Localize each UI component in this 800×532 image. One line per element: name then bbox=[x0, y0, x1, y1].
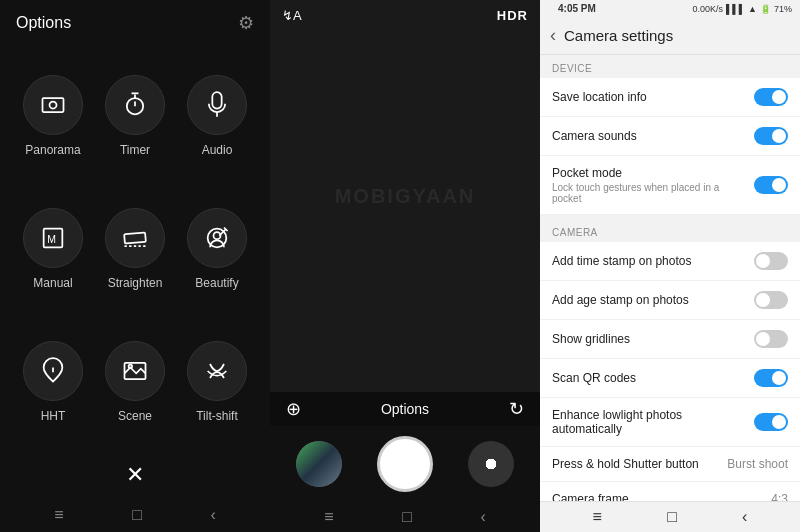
camera-frame-value: 4:3 bbox=[771, 492, 788, 501]
setting-time-stamp[interactable]: Add time stamp on photos bbox=[540, 242, 800, 281]
time-stamp-toggle[interactable] bbox=[754, 252, 788, 270]
scene-icon-circle bbox=[105, 341, 165, 401]
setting-camera-sounds[interactable]: Camera sounds bbox=[540, 117, 800, 156]
mid-menu-icon[interactable]: ≡ bbox=[324, 508, 333, 526]
svg-point-1 bbox=[50, 102, 57, 109]
gear-icon[interactable]: ⚙ bbox=[238, 12, 254, 34]
setting-save-location-left: Save location info bbox=[552, 90, 647, 104]
age-stamp-toggle[interactable] bbox=[754, 291, 788, 309]
right-home-icon[interactable]: □ bbox=[667, 508, 677, 526]
setting-scan-qr-left: Scan QR codes bbox=[552, 371, 636, 385]
mid-home-icon[interactable]: □ bbox=[402, 508, 412, 526]
thumbnail-preview[interactable] bbox=[296, 441, 342, 487]
right-menu-icon[interactable]: ≡ bbox=[593, 508, 602, 526]
camera-extra-icon[interactable]: ⊕ bbox=[286, 398, 301, 420]
pocket-mode-name: Pocket mode bbox=[552, 166, 722, 180]
setting-scan-qr[interactable]: Scan QR codes bbox=[540, 359, 800, 398]
manual-icon: M bbox=[39, 224, 67, 252]
option-hht[interactable]: HHT bbox=[16, 319, 90, 444]
straighten-label: Straighten bbox=[108, 276, 163, 290]
beautify-label: Beautify bbox=[195, 276, 238, 290]
setting-age-stamp[interactable]: Add age stamp on photos bbox=[540, 281, 800, 320]
option-scene[interactable]: Scene bbox=[98, 319, 172, 444]
device-section: DEVICE Save location info Camera sounds … bbox=[540, 55, 800, 215]
setting-press-hold-left: Press & hold Shutter button bbox=[552, 457, 699, 471]
back-icon[interactable]: ‹ bbox=[210, 506, 215, 524]
camera-sounds-toggle[interactable] bbox=[754, 127, 788, 145]
scan-qr-toggle[interactable] bbox=[754, 369, 788, 387]
option-beautify[interactable]: Beautify bbox=[180, 187, 254, 312]
right-back-icon[interactable]: ‹ bbox=[742, 508, 747, 526]
tiltshift-icon-circle bbox=[187, 341, 247, 401]
setting-press-hold[interactable]: Press & hold Shutter button Burst shoot bbox=[540, 447, 800, 482]
audio-label: Audio bbox=[202, 143, 233, 157]
status-time: 4:05 PM bbox=[558, 3, 596, 14]
audio-icon-circle bbox=[187, 75, 247, 135]
svg-rect-9 bbox=[124, 232, 146, 243]
shutter-button[interactable] bbox=[377, 436, 433, 492]
option-manual[interactable]: M Manual bbox=[16, 187, 90, 312]
battery-percent: 71% bbox=[774, 4, 792, 14]
svg-text:M: M bbox=[47, 233, 56, 245]
save-location-name: Save location info bbox=[552, 90, 647, 104]
battery-icon: 🔋 bbox=[760, 4, 771, 14]
tiltshift-icon bbox=[203, 357, 231, 385]
panorama-label: Panorama bbox=[25, 143, 80, 157]
settings-header: ‹ Camera settings bbox=[540, 17, 800, 55]
setting-enhance-lowlight[interactable]: Enhance lowlight photos automatically bbox=[540, 398, 800, 447]
svg-rect-0 bbox=[43, 98, 64, 112]
mid-back-icon[interactable]: ‹ bbox=[480, 508, 485, 526]
panorama-icon bbox=[39, 91, 67, 119]
audio-icon bbox=[203, 91, 231, 119]
camera-rotate-icon[interactable]: ↻ bbox=[509, 398, 524, 420]
camera-top-bar: ↯A HDR bbox=[270, 0, 540, 31]
panorama-icon-circle bbox=[23, 75, 83, 135]
hht-icon bbox=[39, 357, 67, 385]
data-speed: 0.00K/s bbox=[692, 4, 723, 14]
flash-mode-label[interactable]: ↯A bbox=[282, 8, 302, 23]
scene-label: Scene bbox=[118, 409, 152, 423]
middle-panel: ↯A HDR MOBIGYAAN ⊕ Options ↻ ⏺ ≡ □ ‹ bbox=[270, 0, 540, 532]
camera-options-label: Options bbox=[381, 401, 429, 417]
setting-pocket-mode[interactable]: Pocket mode Lock touch gestures when pla… bbox=[540, 156, 800, 215]
wifi-icon: ▲ bbox=[748, 4, 757, 14]
video-button[interactable]: ⏺ bbox=[468, 441, 514, 487]
option-timer[interactable]: Timer bbox=[98, 54, 172, 179]
options-header: Options ⚙ bbox=[0, 0, 270, 46]
scene-icon bbox=[121, 357, 149, 385]
video-icon: ⏺ bbox=[483, 455, 499, 473]
option-tiltshift[interactable]: Tilt-shift bbox=[180, 319, 254, 444]
pocket-mode-toggle[interactable] bbox=[754, 176, 788, 194]
hdr-label[interactable]: HDR bbox=[497, 8, 528, 23]
enhance-lowlight-toggle[interactable] bbox=[754, 413, 788, 431]
setting-camera-frame-left: Camera frame bbox=[552, 492, 629, 501]
straighten-icon-circle bbox=[105, 208, 165, 268]
option-panorama[interactable]: Panorama bbox=[16, 54, 90, 179]
home-icon[interactable]: □ bbox=[132, 506, 142, 524]
option-straighten[interactable]: Straighten bbox=[98, 187, 172, 312]
camera-viewfinder: MOBIGYAAN bbox=[270, 0, 540, 392]
setting-gridlines[interactable]: Show gridlines bbox=[540, 320, 800, 359]
thumbnail-image bbox=[296, 441, 342, 487]
bottom-nav-right: ≡ □ ‹ bbox=[540, 501, 800, 532]
setting-gridlines-left: Show gridlines bbox=[552, 332, 630, 346]
timer-icon-circle bbox=[105, 75, 165, 135]
settings-scroll-area[interactable]: DEVICE Save location info Camera sounds … bbox=[540, 55, 800, 501]
back-button[interactable]: ‹ bbox=[550, 25, 556, 46]
close-button[interactable]: ✕ bbox=[0, 452, 270, 498]
beautify-icon bbox=[203, 224, 231, 252]
menu-icon[interactable]: ≡ bbox=[54, 506, 63, 524]
pocket-mode-desc: Lock touch gestures when placed in a poc… bbox=[552, 182, 722, 204]
setting-time-stamp-left: Add time stamp on photos bbox=[552, 254, 691, 268]
setting-camera-frame[interactable]: Camera frame 4:3 bbox=[540, 482, 800, 501]
setting-camera-sounds-left: Camera sounds bbox=[552, 129, 637, 143]
save-location-toggle[interactable] bbox=[754, 88, 788, 106]
option-audio[interactable]: Audio bbox=[180, 54, 254, 179]
gridlines-toggle[interactable] bbox=[754, 330, 788, 348]
timer-label: Timer bbox=[120, 143, 150, 157]
setting-save-location[interactable]: Save location info bbox=[540, 78, 800, 117]
close-icon: ✕ bbox=[126, 464, 144, 486]
gridlines-name: Show gridlines bbox=[552, 332, 630, 346]
right-panel: 4:05 PM 0.00K/s ▌▌▌ ▲ 🔋 71% ‹ Camera set… bbox=[540, 0, 800, 532]
options-title: Options bbox=[16, 14, 71, 32]
